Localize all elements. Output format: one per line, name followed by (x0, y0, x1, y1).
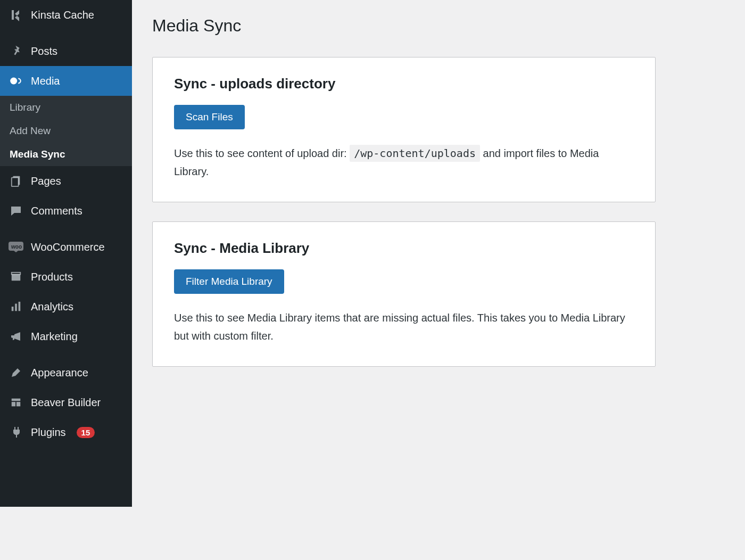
submenu-item-add-new[interactable]: Add New (0, 119, 132, 143)
page-title: Media Sync (152, 16, 656, 36)
sidebar-item-analytics[interactable]: Analytics (0, 292, 132, 322)
sidebar-item-label: Marketing (31, 331, 78, 343)
filter-media-library-button[interactable]: Filter Media Library (174, 269, 284, 294)
pushpin-icon (9, 44, 23, 59)
scan-files-button[interactable]: Scan Files (174, 105, 245, 129)
card-description: Use this to see Media Library items that… (174, 309, 634, 345)
sidebar-item-kinsta-cache[interactable]: Kinsta Cache (0, 0, 132, 30)
sidebar-item-woocommerce[interactable]: woo WooCommerce (0, 232, 132, 262)
sidebar-item-label: Analytics (31, 301, 73, 313)
card-sync-media-library: Sync - Media Library Filter Media Librar… (152, 221, 656, 367)
upload-path-code: /wp-content/uploads (350, 145, 480, 162)
woocommerce-icon: woo (9, 240, 23, 254)
sidebar-submenu-media: Library Add New Media Sync (0, 96, 132, 166)
main-content: Media Sync Sync - uploads directory Scan… (132, 0, 676, 507)
svg-rect-7 (12, 307, 14, 311)
plugins-update-badge: 15 (77, 427, 95, 438)
svg-rect-9 (19, 302, 21, 311)
marketing-icon (9, 329, 23, 344)
svg-rect-10 (12, 399, 21, 401)
svg-rect-8 (15, 304, 17, 311)
kinsta-icon (9, 7, 23, 22)
svg-rect-2 (12, 178, 19, 187)
card-description: Use this to see content of upload dir: /… (174, 144, 634, 180)
svg-point-0 (10, 78, 17, 85)
submenu-item-library[interactable]: Library (0, 96, 132, 119)
media-icon (9, 73, 23, 88)
admin-sidebar: Kinsta Cache Posts Media Library Add New… (0, 0, 132, 507)
analytics-icon (9, 299, 23, 314)
sidebar-item-beaver-builder[interactable]: Beaver Builder (0, 388, 132, 417)
card-sync-uploads: Sync - uploads directory Scan Files Use … (152, 57, 656, 202)
sidebar-item-products[interactable]: Products (0, 262, 132, 292)
sidebar-item-comments[interactable]: Comments (0, 196, 132, 226)
sidebar-item-label: Plugins (31, 426, 66, 439)
svg-text:woo: woo (11, 244, 22, 250)
sidebar-item-posts[interactable]: Posts (0, 36, 132, 66)
sidebar-item-label: Comments (31, 205, 82, 217)
sidebar-item-label: Appearance (31, 367, 88, 379)
card-heading: Sync - Media Library (174, 240, 634, 257)
sidebar-item-label: WooCommerce (31, 241, 105, 253)
plugins-icon (9, 425, 23, 440)
sidebar-item-label: Beaver Builder (31, 397, 101, 409)
sidebar-item-media[interactable]: Media (0, 66, 132, 96)
beaver-builder-icon (9, 395, 23, 410)
sidebar-item-label: Kinsta Cache (31, 9, 94, 21)
card-heading: Sync - uploads directory (174, 76, 634, 92)
svg-rect-5 (12, 274, 21, 281)
sidebar-item-label: Products (31, 271, 73, 283)
svg-rect-12 (16, 402, 20, 406)
sidebar-item-pages[interactable]: Pages (0, 166, 132, 196)
pages-icon (9, 174, 23, 188)
sidebar-item-appearance[interactable]: Appearance (0, 358, 132, 388)
svg-rect-6 (12, 273, 21, 275)
sidebar-item-marketing[interactable]: Marketing (0, 322, 132, 351)
comments-icon (9, 203, 23, 218)
submenu-item-media-sync[interactable]: Media Sync (0, 143, 132, 166)
sidebar-item-label: Posts (31, 45, 57, 57)
sidebar-item-plugins[interactable]: Plugins 15 (0, 417, 132, 447)
appearance-icon (9, 365, 23, 380)
products-icon (9, 269, 23, 284)
sidebar-item-label: Pages (31, 175, 61, 187)
svg-rect-11 (12, 402, 15, 406)
sidebar-item-label: Media (31, 75, 60, 87)
